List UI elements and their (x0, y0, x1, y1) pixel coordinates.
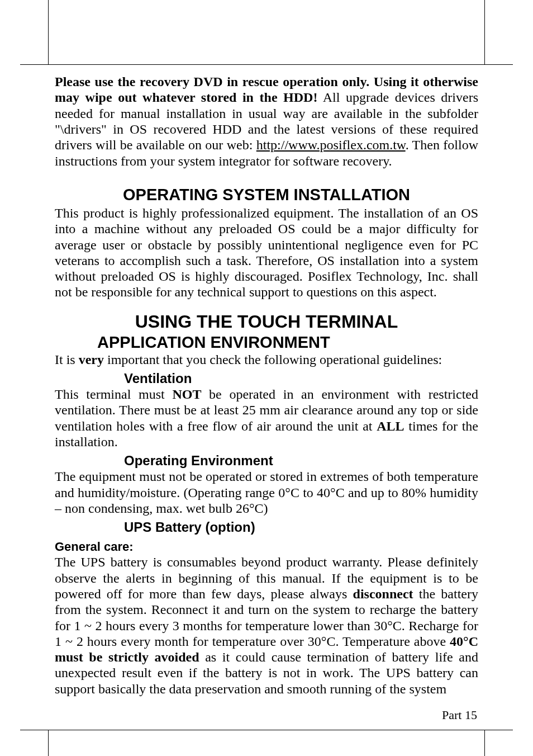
paragraph-ventilation: This terminal must NOT be operated in an… (55, 386, 478, 450)
page-number: Part 15 (442, 708, 477, 722)
paragraph-app-env-intro: It is very important that you check the … (55, 352, 478, 367)
bold-very: very (79, 352, 104, 367)
link-posiflex[interactable]: http://www.posiflex.com.tw (256, 138, 406, 152)
paragraph-operating-environment: The equipment must not be operated or st… (55, 469, 478, 516)
rule-top-vertical-left (48, 0, 49, 64)
heading-general-care: General care: (55, 540, 478, 554)
text: It is (55, 352, 79, 367)
heading-os-installation: OPERATING SYSTEM INSTALLATION (55, 186, 478, 204)
heading-operating-environment: Operating Environment (124, 453, 478, 469)
paragraph-ups-battery: The UPS battery is consumables beyond pr… (55, 554, 478, 697)
text: This terminal must (55, 387, 172, 401)
bold-not: NOT (172, 387, 201, 401)
paragraph-recovery-dvd: Please use the recovery DVD in rescue op… (55, 74, 478, 169)
heading-ventilation: Ventilation (124, 371, 478, 386)
rule-top-horizontal (20, 64, 513, 65)
rule-top-vertical-right (484, 0, 485, 64)
rule-bottom-vertical-left (48, 730, 49, 756)
heading-ups-battery: UPS Battery (option) (124, 519, 478, 535)
paragraph-os-installation: This product is highly professionalized … (55, 205, 478, 300)
heading-using-touch-terminal: USING THE TOUCH TERMINAL (55, 311, 478, 332)
rule-bottom-horizontal (20, 730, 513, 730)
page-root: Please use the recovery DVD in rescue op… (0, 0, 533, 756)
bold-disconnect: disconnect (353, 587, 413, 601)
bold-all: ALL (377, 419, 404, 433)
rule-bottom-vertical-right (484, 730, 485, 756)
heading-application-environment: APPLICATION ENVIRONMENT (97, 333, 478, 352)
text: important that you check the following o… (104, 352, 442, 367)
content-area: Please use the recovery DVD in rescue op… (55, 74, 478, 708)
